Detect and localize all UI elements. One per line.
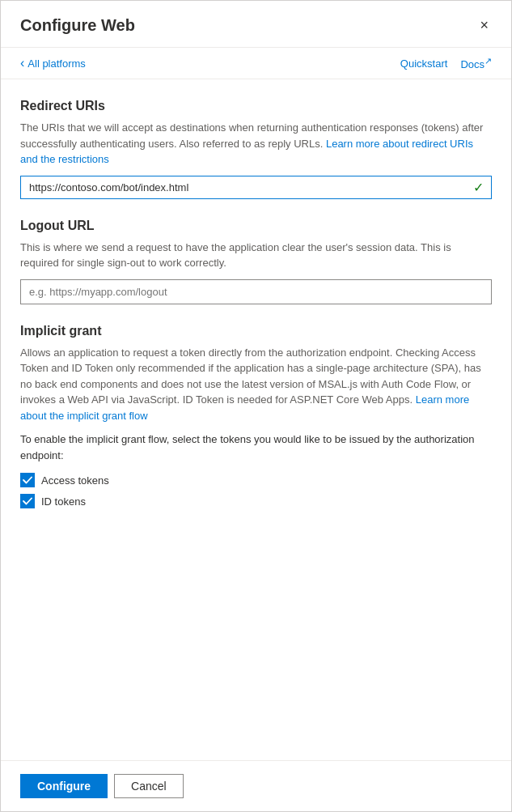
logout-url-input[interactable] xyxy=(20,279,492,304)
redirect-uri-input[interactable] xyxy=(20,176,492,199)
dialog-header: Configure Web × xyxy=(1,1,511,48)
content-area: Redirect URIs The URIs that we will acce… xyxy=(1,79,511,760)
redirect-uri-input-wrapper: ✓ xyxy=(20,176,492,199)
implicit-grant-section: Implicit grant Allows an application to … xyxy=(20,324,492,509)
chevron-left-icon xyxy=(20,56,24,70)
implicit-grant-desc: Allows an application to request a token… xyxy=(20,345,492,424)
cancel-button[interactable]: Cancel xyxy=(114,774,184,798)
redirect-uris-section: Redirect URIs The URIs that we will acce… xyxy=(20,99,492,199)
id-tokens-label: ID tokens xyxy=(41,495,86,508)
close-button[interactable]: × xyxy=(476,14,492,37)
checkmark-icon xyxy=(23,475,32,485)
checkmark-icon xyxy=(23,496,32,506)
access-tokens-label: Access tokens xyxy=(41,474,109,487)
quickstart-link[interactable]: Quickstart xyxy=(400,57,448,70)
configure-button[interactable]: Configure xyxy=(20,774,108,798)
external-link-icon: ↗ xyxy=(484,56,492,66)
implicit-grant-sub-desc: To enable the implicit grant flow, selec… xyxy=(20,432,492,463)
all-platforms-link[interactable]: All platforms xyxy=(20,56,86,70)
docs-link[interactable]: Docs↗ xyxy=(460,56,492,70)
configure-web-dialog: Configure Web × All platforms Quickstart… xyxy=(0,0,512,812)
dialog-title: Configure Web xyxy=(20,16,135,35)
id-tokens-checkbox[interactable] xyxy=(20,494,35,508)
nav-bar: All platforms Quickstart Docs↗ xyxy=(1,48,511,79)
access-tokens-checkbox-row: Access tokens xyxy=(20,473,492,487)
id-tokens-checkbox-row: ID tokens xyxy=(20,494,492,508)
redirect-uris-title: Redirect URIs xyxy=(20,99,492,113)
logout-url-title: Logout URL xyxy=(20,219,492,233)
nav-right: Quickstart Docs↗ xyxy=(400,56,492,70)
check-icon: ✓ xyxy=(473,180,484,195)
dialog-footer: Configure Cancel xyxy=(1,760,511,811)
implicit-grant-title: Implicit grant xyxy=(20,324,492,338)
redirect-uris-desc: The URIs that we will accept as destinat… xyxy=(20,120,492,168)
logout-url-section: Logout URL This is where we send a reque… xyxy=(20,219,492,304)
access-tokens-checkbox[interactable] xyxy=(20,473,35,487)
logout-url-desc: This is where we send a request to have … xyxy=(20,240,492,271)
